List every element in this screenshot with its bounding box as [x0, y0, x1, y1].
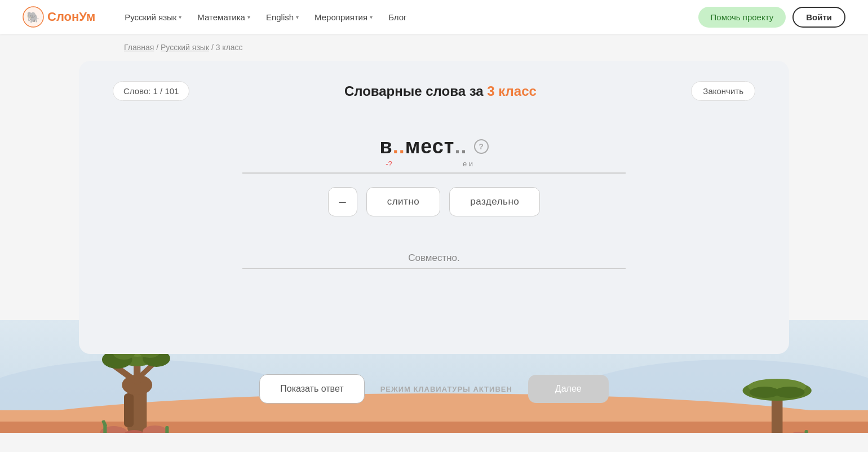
dash-button[interactable]: –	[328, 187, 357, 216]
svg-rect-6	[0, 410, 868, 433]
svg-point-22	[143, 426, 167, 433]
next-button[interactable]: Далее	[528, 375, 609, 403]
nav-item-events[interactable]: Мероприятия ▾	[308, 9, 379, 25]
word-display: в..мест..	[379, 135, 467, 158]
svg-rect-23	[103, 424, 107, 433]
nav-item-blog[interactable]: Блог	[382, 9, 413, 25]
svg-rect-34	[805, 430, 808, 433]
svg-point-33	[788, 432, 810, 433]
show-answer-button[interactable]: Показать ответ	[259, 374, 364, 404]
main-wrapper: Слово: 1 / 101 Словарные слова за 3 клас…	[0, 61, 868, 444]
answer-button-separate[interactable]: раздельно	[449, 187, 540, 216]
word-counter: Слово: 1 / 101	[113, 81, 189, 101]
nav-item-english[interactable]: English ▾	[259, 9, 305, 25]
translation-area: Совместно.	[113, 252, 755, 269]
svg-rect-24	[101, 420, 108, 427]
help-project-button[interactable]: Помочь проекту	[698, 7, 786, 28]
quiz-title: Словарные слова за 3 класс	[344, 83, 537, 99]
logo[interactable]: 🐘 СлонУм	[23, 6, 95, 28]
quiz-header: Слово: 1 / 101 Словарные слова за 3 клас…	[113, 81, 755, 101]
svg-text:🐘: 🐘	[26, 11, 40, 24]
main-nav: Русский язык ▾ Математика ▾ English ▾ Ме…	[118, 9, 698, 25]
breadcrumb-current: 3 класс	[216, 43, 243, 52]
svg-rect-25	[165, 426, 169, 433]
finish-button[interactable]: Закончить	[691, 81, 755, 101]
chevron-down-icon: ▾	[247, 14, 250, 20]
translation-underline	[242, 268, 626, 269]
login-button[interactable]: Войти	[792, 7, 845, 28]
keyboard-mode-label: РЕЖИМ КЛАВИАТУРЫ АКТИВЕН	[380, 385, 512, 393]
answer-buttons: – слитно раздельно	[328, 187, 541, 216]
chevron-down-icon: ▾	[296, 14, 299, 20]
chevron-down-icon: ▾	[370, 14, 373, 20]
hint-dash: -?	[372, 159, 406, 168]
logo-icon: 🐘	[23, 6, 44, 28]
help-hint-icon[interactable]: ?	[474, 139, 489, 154]
chevron-down-icon: ▾	[179, 14, 181, 20]
logo-text: СлонУм	[47, 10, 95, 24]
hint-letters: е и	[451, 159, 485, 168]
nav-item-russian[interactable]: Русский язык ▾	[118, 9, 188, 25]
svg-rect-7	[0, 422, 868, 433]
breadcrumb-russian[interactable]: Русский язык	[161, 43, 209, 52]
bottom-actions: Показать ответ РЕЖИМ КЛАВИАТУРЫ АКТИВЕН …	[79, 374, 789, 404]
svg-point-20	[100, 426, 127, 433]
word-underline	[242, 172, 626, 174]
answer-button-together[interactable]: слитно	[366, 187, 441, 216]
breadcrumb-sep2: /	[211, 43, 216, 52]
breadcrumb: Главная / Русский язык / 3 класс	[0, 34, 868, 61]
translation-text: Совместно.	[408, 252, 460, 264]
header-actions: Помочь проекту Войти	[698, 7, 845, 28]
quiz-card: Слово: 1 / 101 Словарные слова за 3 клас…	[79, 61, 789, 354]
breadcrumb-sep1: /	[156, 43, 161, 52]
nav-item-math[interactable]: Математика ▾	[191, 9, 257, 25]
breadcrumb-home[interactable]: Главная	[124, 43, 154, 52]
header: 🐘 СлонУм Русский язык ▾ Математика ▾ Eng…	[0, 0, 868, 34]
svg-point-21	[123, 430, 145, 433]
word-display-area: в..мест.. ? -? е и – слитно раздельно	[113, 135, 755, 234]
